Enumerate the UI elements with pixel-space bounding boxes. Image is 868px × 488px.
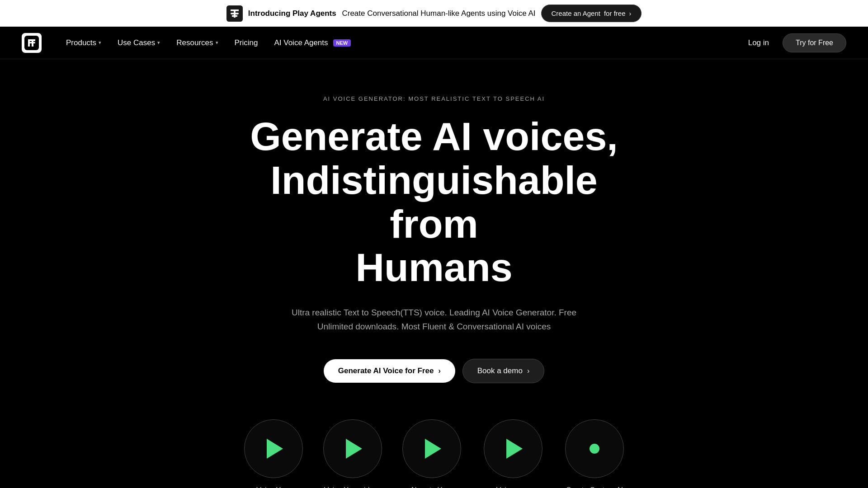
voice-card-conversational[interactable]: Voice Your Conversational AI — [242, 419, 305, 488]
voice-circle-videos[interactable] — [323, 419, 382, 478]
book-demo-button[interactable]: Book a demo › — [462, 359, 545, 383]
nav-pricing-label: Pricing — [235, 38, 258, 47]
navbar-left: Products ▾ Use Cases ▾ Resources ▾ Prici… — [22, 33, 357, 53]
banner-cta-button[interactable]: Create an Agent for free › — [541, 5, 642, 22]
logo-icon — [22, 33, 42, 53]
voice-circle-characters[interactable] — [484, 419, 542, 478]
voice-circle-conversational[interactable] — [244, 419, 303, 478]
stop-icon-custom — [590, 444, 599, 454]
voice-cards-section: Voice Your Conversational AI Voice Your … — [215, 419, 653, 488]
hero-subtitle: Ultra realistic Text to Speech(TTS) voic… — [280, 306, 588, 333]
banner-logo-icon — [226, 5, 243, 22]
hero-title-line2: Indistinguishable from — [270, 158, 598, 246]
top-banner: Introducing Play Agents Create Conversat… — [0, 0, 868, 27]
voice-circle-custom[interactable] — [565, 419, 624, 478]
voice-card-characters[interactable]: Voice your Characters — [481, 419, 545, 488]
svg-rect-1 — [231, 13, 239, 14]
navbar-right: Log in Try for Free — [742, 33, 846, 52]
voice-label-videos: Voice Your videos — [324, 486, 381, 488]
voice-card-stories[interactable]: Narrate Your Stories — [400, 419, 463, 488]
hero-title: Generate AI voices, Indistinguishable fr… — [231, 115, 637, 290]
play-icon-conversational — [267, 439, 283, 459]
login-button[interactable]: Log in — [742, 35, 775, 51]
generate-voice-button[interactable]: Generate AI Voice for Free › — [324, 359, 455, 383]
nav-resources-label: Resources — [176, 38, 213, 47]
navbar: Products ▾ Use Cases ▾ Resources ▾ Prici… — [0, 27, 868, 59]
svg-rect-2 — [232, 15, 238, 17]
try-free-button[interactable]: Try for Free — [783, 33, 846, 52]
hero-title-line1: Generate AI voices, — [250, 114, 618, 159]
nav-item-products[interactable]: Products ▾ — [60, 35, 108, 51]
voice-label-conversational: Voice Your Conversational AI — [242, 486, 305, 488]
nav-aivoice-label: AI Voice Agents — [274, 38, 328, 47]
nav-item-ai-voice-agents[interactable]: AI Voice Agents NEW — [268, 35, 357, 51]
hero-eyebrow: AI VOICE GENERATOR: MOST REALISTIC TEXT … — [323, 95, 545, 102]
play-icon-characters — [506, 439, 523, 459]
banner-cta-suffix: for free — [604, 9, 626, 17]
generate-voice-label: Generate AI Voice for Free — [338, 366, 434, 375]
book-demo-label: Book a demo — [477, 366, 523, 375]
new-badge: NEW — [333, 39, 351, 47]
nav-item-resources[interactable]: Resources ▾ — [170, 35, 224, 51]
hero-section: AI VOICE GENERATOR: MOST REALISTIC TEXT … — [0, 59, 868, 488]
play-icon-stories — [425, 439, 441, 459]
voice-circle-stories[interactable] — [402, 419, 461, 478]
banner-cta-arrow-icon: › — [629, 10, 631, 17]
play-icon-videos — [346, 439, 362, 459]
voice-label-characters: Voice your Characters — [481, 486, 545, 488]
voice-card-custom[interactable]: Create Custom AI Voices — [563, 419, 626, 488]
nav-item-usecases[interactable]: Use Cases ▾ — [111, 35, 166, 51]
book-demo-arrow-icon: › — [527, 367, 529, 375]
resources-chevron-icon: ▾ — [216, 40, 218, 46]
nav-items: Products ▾ Use Cases ▾ Resources ▾ Prici… — [60, 35, 357, 51]
hero-buttons: Generate AI Voice for Free › Book a demo… — [324, 359, 544, 383]
logo[interactable] — [22, 33, 42, 53]
nav-usecases-label: Use Cases — [118, 38, 155, 47]
voice-label-stories: Narrate Your Stories — [400, 486, 463, 488]
banner-text: Introducing Play Agents Create Conversat… — [248, 9, 536, 18]
products-chevron-icon: ▾ — [99, 40, 101, 46]
usecases-chevron-icon: ▾ — [157, 40, 160, 46]
hero-title-line3: Humans — [355, 245, 512, 290]
nav-products-label: Products — [66, 38, 96, 47]
svg-rect-5 — [28, 42, 35, 43]
voice-label-custom: Create Custom AI Voices — [563, 486, 626, 488]
banner-cta-label: Create an Agent — [552, 9, 600, 17]
nav-item-pricing[interactable]: Pricing — [228, 35, 264, 51]
voice-card-videos[interactable]: Voice Your videos — [323, 419, 382, 488]
generate-voice-arrow-icon: › — [438, 367, 440, 375]
